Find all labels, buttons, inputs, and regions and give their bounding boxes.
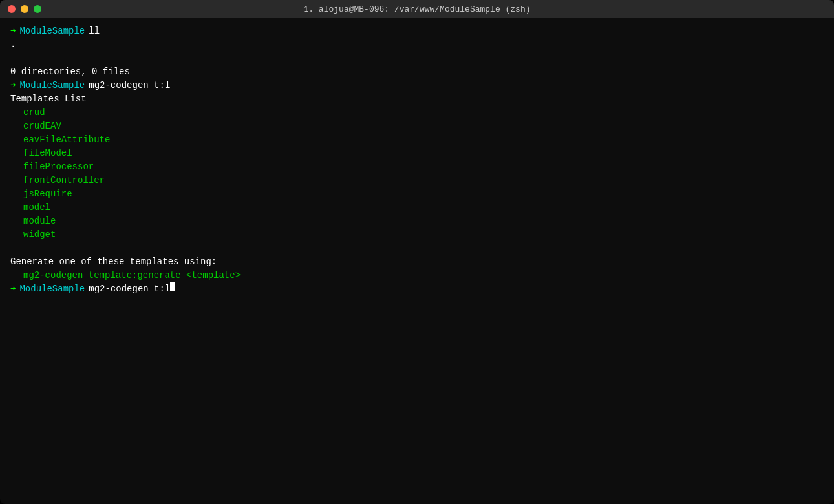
terminal-window: 1. alojua@MB-096: /var/www/ModuleSample … <box>0 0 834 504</box>
title-bar: 1. alojua@MB-096: /var/www/ModuleSample … <box>0 0 834 18</box>
prompt-arrow-1: ➜ <box>10 25 16 38</box>
template-widget: widget <box>10 228 824 242</box>
window-buttons <box>8 5 41 13</box>
prompt-cmd-active: mg2-codegen t:l <box>89 282 170 296</box>
template-frontcontroller: frontController <box>10 174 824 187</box>
generate-command: mg2-codegen template:generate <template> <box>10 269 824 282</box>
window-title: 1. alojua@MB-096: /var/www/ModuleSample … <box>303 5 530 14</box>
command-line-1: ➜ ModuleSample ll <box>10 25 824 38</box>
prompt-cmd-1: ll <box>89 25 100 38</box>
command-line-active[interactable]: ➜ ModuleSample mg2-codegen t:l <box>10 282 824 296</box>
terminal-content[interactable]: ➜ ModuleSample ll . 0 directories, 0 fil… <box>0 18 834 504</box>
template-jsrequire: jsRequire <box>10 187 824 201</box>
empty-line-1 <box>10 52 824 65</box>
prompt-cmd-2: mg2-codegen t:l <box>89 79 170 92</box>
prompt-dir-2: ModuleSample <box>19 79 85 92</box>
prompt-dir-1: ModuleSample <box>19 25 85 38</box>
prompt-arrow-2: ➜ <box>10 79 16 92</box>
template-crud: crud <box>10 106 824 120</box>
template-fileprocessor: fileProcessor <box>10 160 824 174</box>
template-filemodel: fileModel <box>10 147 824 160</box>
output-directories: 0 directories, 0 files <box>10 65 824 79</box>
minimize-button[interactable] <box>21 5 28 13</box>
template-module: module <box>10 215 824 228</box>
close-button[interactable] <box>8 5 16 13</box>
generate-hint: Generate one of these templates using: <box>10 255 824 269</box>
maximize-button[interactable] <box>34 5 41 13</box>
terminal-cursor <box>170 282 175 291</box>
prompt-arrow-active: ➜ <box>10 282 16 296</box>
empty-line-2 <box>10 242 824 255</box>
prompt-dir-active: ModuleSample <box>19 282 85 296</box>
templates-list-header: Templates List <box>10 92 824 106</box>
output-dot: . <box>10 38 824 52</box>
command-line-2: ➜ ModuleSample mg2-codegen t:l <box>10 79 824 92</box>
template-model: model <box>10 201 824 215</box>
template-eavfileattribute: eavFileAttribute <box>10 133 824 147</box>
template-crudeav: crudEAV <box>10 120 824 133</box>
